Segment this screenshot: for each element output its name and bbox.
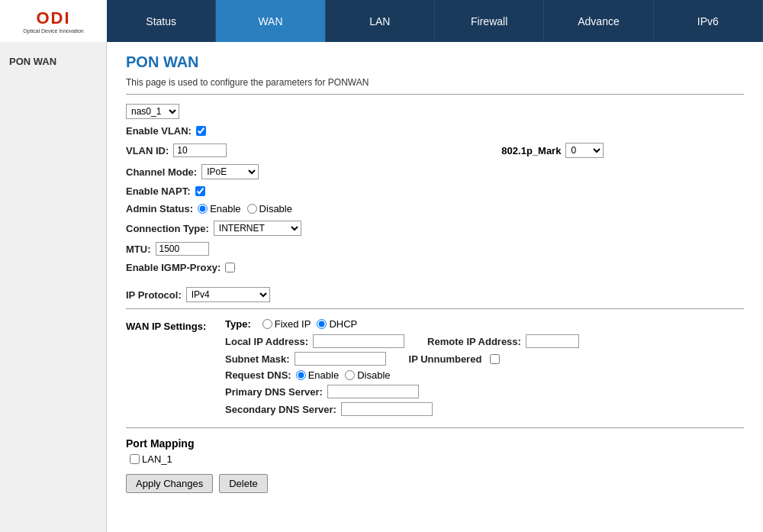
request-dns-row: Request DNS: Enable Disable	[225, 369, 744, 381]
primary-dns-label: Primary DNS Server:	[225, 386, 323, 398]
admin-status-radio-group: Enable Disable	[198, 203, 292, 214]
ip-protocol-select[interactable]: IPv4IPv6IPv4/IPv6	[186, 287, 270, 302]
admin-disable-label: Disable	[259, 203, 292, 214]
logo-odi-text: ODI	[36, 8, 70, 28]
primary-dns-input[interactable]	[327, 385, 419, 398]
igmp-proxy-row: Enable IGMP-Proxy:	[126, 262, 744, 273]
request-dns-label: Request DNS:	[225, 369, 291, 381]
layout: PON WAN PON WAN This page is used to con…	[0, 42, 763, 532]
apply-changes-button[interactable]: Apply Changes	[126, 474, 213, 493]
mtu-label: MTU:	[126, 243, 151, 255]
nav-item-firewall[interactable]: Firewall	[435, 0, 544, 42]
fixed-ip-label: Fixed IP	[275, 318, 311, 330]
wan-ip-settings-label: WAN IP Settings:	[126, 318, 225, 332]
dhcp-option: DHCP	[317, 318, 357, 330]
connection-type-label: Connection Type:	[126, 223, 209, 234]
type-label: Type:	[225, 318, 251, 330]
wan-ip-section: WAN IP Settings: Type: Fixed IP D	[126, 318, 744, 420]
primary-dns-row: Primary DNS Server:	[225, 385, 744, 398]
enable-napt-label: Enable NAPT:	[126, 185, 191, 197]
dot1p-mark-select[interactable]: 0123 4567	[565, 143, 604, 158]
top-divider	[126, 94, 744, 95]
dot1p-mark-label: 802.1p_Mark	[501, 145, 561, 156]
ip-unnumbered-label: IP Unnumbered	[409, 353, 482, 365]
dns-disable-radio[interactable]	[345, 370, 355, 380]
wan-ip-inner: Type: Fixed IP DHCP	[225, 318, 744, 420]
fixed-ip-option: Fixed IP	[262, 318, 311, 330]
fixed-ip-radio[interactable]	[262, 319, 272, 329]
admin-disable-option: Disable	[247, 203, 292, 214]
port-mapping-title: Port Mapping	[126, 437, 744, 450]
enable-vlan-label: Enable VLAN:	[126, 125, 192, 137]
buttons-row: Apply Changes Delete	[126, 474, 744, 493]
connection-type-select[interactable]: INTERNETVOIPOTHER	[214, 221, 301, 236]
lan1-label: LAN_1	[142, 453, 172, 465]
local-ip-input[interactable]	[313, 334, 404, 348]
subnet-mask-label: Subnet Mask:	[225, 353, 290, 365]
nav-items: Status WAN LAN Firewall Advance IPv6	[107, 0, 763, 42]
lan1-checkbox[interactable]	[130, 454, 140, 464]
mtu-row: MTU:	[126, 242, 744, 256]
enable-vlan-checkbox[interactable]	[196, 126, 206, 136]
igmp-proxy-checkbox[interactable]	[225, 263, 235, 272]
nav-item-lan[interactable]: LAN	[326, 0, 435, 42]
admin-disable-radio[interactable]	[247, 204, 257, 214]
connection-type-row: Connection Type: INTERNETVOIPOTHER	[126, 221, 744, 236]
enable-napt-checkbox[interactable]	[195, 186, 205, 196]
main-content: PON WAN This page is used to configure t…	[107, 42, 763, 532]
remote-ip-label: Remote IP Address:	[427, 336, 521, 347]
nav-item-advance[interactable]: Advance	[544, 0, 653, 42]
secondary-dns-row: Secondary DNS Server:	[225, 402, 744, 416]
subnet-mask-input[interactable]	[295, 352, 386, 366]
admin-status-label: Admin Status:	[126, 203, 193, 214]
bottom-divider	[126, 427, 744, 428]
secondary-dns-label: Secondary DNS Server:	[225, 404, 336, 415]
request-dns-radio-group: Enable Disable	[296, 369, 391, 381]
wan-ip-type-row: Type: Fixed IP DHCP	[225, 318, 744, 330]
nas-select[interactable]: nas0_1 nas0_2	[126, 104, 179, 119]
secondary-dns-input[interactable]	[341, 402, 433, 416]
wan-ip-type-radio-group: Fixed IP DHCP	[262, 318, 358, 330]
port-mapping-section: Port Mapping LAN_1	[126, 437, 744, 465]
enable-napt-row: Enable NAPT:	[126, 185, 744, 197]
nas-row: nas0_1 nas0_2	[126, 104, 744, 119]
admin-status-row: Admin Status: Enable Disable	[126, 203, 744, 214]
admin-enable-label: Enable	[210, 203, 240, 214]
enable-vlan-row: Enable VLAN:	[126, 125, 744, 137]
admin-enable-radio[interactable]	[198, 204, 208, 214]
ip-protocol-row: IP Protocol: IPv4IPv6IPv4/IPv6	[126, 287, 744, 302]
dns-enable-label: Enable	[308, 369, 339, 381]
sidebar-item-pon-wan[interactable]: PON WAN	[0, 50, 106, 73]
delete-button[interactable]: Delete	[219, 474, 268, 493]
igmp-proxy-label: Enable IGMP-Proxy:	[126, 262, 221, 273]
logo-subtitle: Optical Device Innovation	[23, 28, 83, 34]
dhcp-label: DHCP	[329, 318, 357, 330]
mtu-input[interactable]	[156, 242, 209, 256]
dhcp-radio[interactable]	[317, 319, 327, 329]
dns-disable-label: Disable	[357, 369, 390, 381]
vlan-id-row: VLAN ID: 802.1p_Mark 0123 4567	[126, 143, 744, 158]
channel-mode-label: Channel Mode:	[126, 166, 197, 178]
logo: ODI Optical Device Innovation	[0, 0, 107, 42]
dns-enable-option: Enable	[296, 369, 339, 381]
nav-item-ipv6[interactable]: IPv6	[654, 0, 763, 42]
nav-item-wan[interactable]: WAN	[216, 0, 325, 42]
page-description: This page is used to configure the param…	[126, 77, 744, 88]
remote-ip-input[interactable]	[526, 334, 579, 348]
channel-mode-select[interactable]: IPoEPPPoEBridge	[201, 164, 259, 179]
top-nav: ODI Optical Device Innovation Status WAN…	[0, 0, 763, 42]
dns-disable-option: Disable	[345, 369, 390, 381]
wan-ip-row: WAN IP Settings: Type: Fixed IP D	[126, 318, 744, 420]
sidebar: PON WAN	[0, 42, 107, 532]
vlan-id-label: VLAN ID:	[126, 145, 169, 156]
mid-divider	[126, 308, 744, 309]
port-mapping-item-lan1: LAN_1	[130, 453, 744, 465]
nav-item-status[interactable]: Status	[107, 0, 216, 42]
page-title: PON WAN	[126, 53, 744, 71]
ip-unnumbered-checkbox[interactable]	[490, 354, 500, 364]
vlan-id-input[interactable]	[173, 143, 227, 157]
subnet-mask-row: Subnet Mask: IP Unnumbered	[225, 352, 744, 366]
admin-enable-option: Enable	[198, 203, 240, 214]
dns-enable-radio[interactable]	[296, 370, 306, 380]
ip-protocol-label: IP Protocol:	[126, 289, 182, 301]
